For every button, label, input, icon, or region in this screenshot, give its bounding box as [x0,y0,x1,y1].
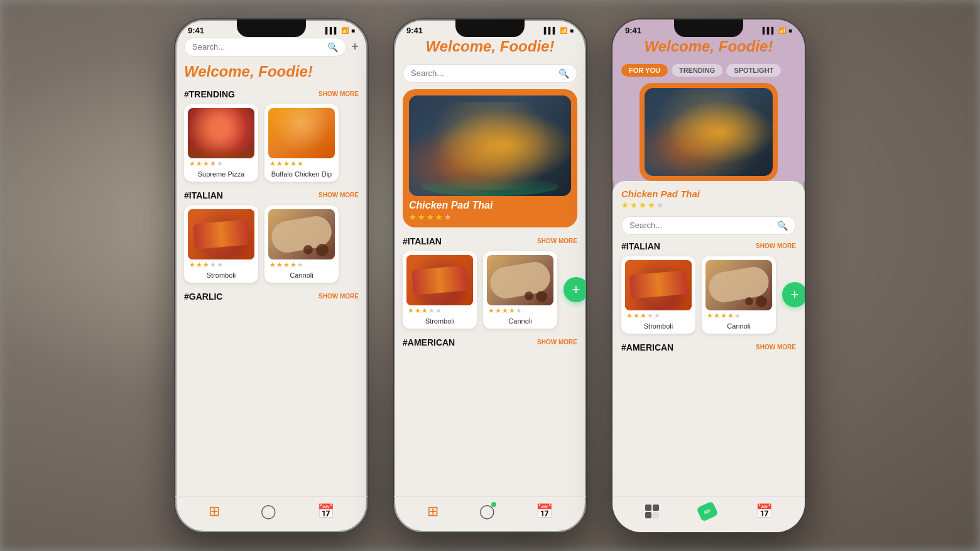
grid-cell-1 [645,505,651,511]
signal-icon-2: ▌▌▌ [544,27,557,34]
c2star-2: ★ [495,307,501,315]
compass-nav-1[interactable]: ◯ [261,503,276,520]
calendar-nav-3[interactable]: 📅 [756,503,773,520]
stromboli-card-3[interactable]: ★ ★ ★ ★ ★ Stromboli [621,256,695,334]
american-header-2: #AMERICAN SHOW MORE [403,337,577,347]
american-show-more-2[interactable]: SHOW MORE [537,339,577,346]
trending-show-more-1[interactable]: SHOW MORE [318,90,359,97]
spacer-3 [621,366,796,496]
grid-nav-2[interactable]: ⊞ [427,503,438,520]
cannoli-card-1[interactable]: ★ ★ ★ ★ ★ Cannoli [264,205,339,283]
featured-stars-3: ★ ★ ★ ★ ★ [621,200,796,210]
fstar-2: ★ [418,212,425,222]
italian-show-more-2[interactable]: SHOW MORE [537,237,577,244]
bottom-nav-2: ⊞ ◯ 📅 [394,496,586,532]
star-c3: ★ [283,261,290,269]
pizza-name-1: Supreme Pizza [188,170,254,178]
wifi-icon-2: 📶 [560,27,567,34]
grid-partial-nav-3[interactable] [645,505,659,518]
filter-trending[interactable]: TRENDING [672,64,722,77]
cannoli-stars-1: ★ ★ ★ ★ ★ [268,261,335,269]
phones-container: 9:41 ▌▌▌ 📶 ■ 🔍 + Welcome, Foodie! #T [174,18,806,533]
phone3-main-content: Chicken Pad Thai ★ ★ ★ ★ ★ 🔍 [612,181,805,496]
garlic-show-more-1[interactable]: SHOW MORE [318,293,359,300]
stromboli-img-2 [406,255,473,305]
star-s4: ★ [210,261,216,269]
star-2b: ★ [276,160,283,168]
pizza-card-1[interactable]: ★ ★ ★ ★ ★ Supreme Pizza [184,104,258,182]
welcome-heading-3: Welcome, Foodie! [621,38,796,55]
c3star-4: ★ [727,312,734,320]
stromboli-card-1[interactable]: ★ ★ ★ ★ ★ Stromboli [184,205,258,283]
search-bar-1[interactable]: 🔍 [184,38,346,57]
search-input-3[interactable] [629,221,773,230]
c2star-3: ★ [502,307,508,315]
star-4b: ★ [290,160,297,168]
italian-items-3: ★ ★ ★ ★ ★ Stromboli [621,256,796,334]
stromboli-name-1: Stromboli [188,271,254,279]
featured-img-3 [645,88,773,176]
bottom-nav-3: ✏ 📅 [612,496,805,532]
notch-1 [237,19,306,37]
fstar-5: ★ [444,212,452,222]
featured-stars-2: ★ ★ ★ ★ ★ [409,212,571,222]
filter-spotlight[interactable]: SPOTLIGHT [726,64,781,77]
star-5: ★ [217,160,223,168]
status-time-3: 9:41 [625,26,641,35]
s2star-1: ★ [408,307,414,315]
calendar-nav-2[interactable]: 📅 [536,503,553,520]
featured-img-2 [409,95,571,196]
status-time-1: 9:41 [188,26,204,35]
pencil-nav-3[interactable]: ✏ [696,501,719,522]
phone-3: 9:41 ▌▌▌ 📶 ■ Welcome, Foodie! FOR YOU TR… [611,18,806,533]
featured-title-3: Chicken Pad Thai [621,188,796,199]
s3star-5: ★ [654,312,660,320]
cannoli-card-3[interactable]: ★ ★ ★ ★ ★ Cannoli [702,256,776,334]
add-button-1[interactable]: + [351,40,359,54]
italian-show-more-3[interactable]: SHOW MORE [756,243,796,249]
calendar-nav-1[interactable]: 📅 [317,503,334,520]
star-s1: ★ [189,261,195,269]
cannoli-card-2[interactable]: ★ ★ ★ ★ ★ Cannoli [483,251,557,329]
wifi-icon-3: 📶 [778,27,786,34]
signal-icon-1: ▌▌▌ [325,27,339,34]
featured-card-2[interactable]: Chicken Pad Thai ★ ★ ★ ★ ★ [403,89,577,227]
c3star-3: ★ [721,312,727,320]
stromboli-img-1 [188,209,254,259]
american-show-more-3[interactable]: SHOW MORE [756,344,796,351]
grid-cell-2 [653,505,659,511]
filter-for-you[interactable]: FOR YOU [621,64,668,77]
stromboli-card-2[interactable]: ★ ★ ★ ★ ★ Stromboli [403,251,477,329]
welcome-heading-2: Welcome, Foodie! [403,38,577,55]
search-input-1[interactable] [192,42,324,52]
compass-nav-2-wrap[interactable]: ◯ [479,503,495,520]
phone-2-content: Welcome, Foodie! 🔍 Chicken Pad Thai [394,38,586,496]
italian-section-3: #ITALIAN SHOW MORE ★ ★ [621,241,796,334]
italian-section-2: #ITALIAN SHOW MORE ★ ★ [403,236,577,329]
featured-card-3[interactable] [640,83,778,181]
italian-title-3: #ITALIAN [621,241,660,251]
add-circle-3[interactable]: + [782,282,805,307]
search-input-2[interactable] [411,68,555,78]
cannoli-img-2 [487,255,553,305]
stromboli-stars-2: ★ ★ ★ ★ ★ [406,307,473,315]
garlic-title-1: #GARLIC [184,292,222,302]
add-circle-2[interactable]: + [564,277,586,302]
italian-title-1: #ITALIAN [184,190,223,200]
buffalo-card-1[interactable]: ★ ★ ★ ★ ★ Buffalo Chicken Dip [264,104,339,182]
battery-icon-3: ■ [788,27,792,34]
grid-icon-3 [645,505,659,518]
star-s5: ★ [217,261,223,269]
cannoli-img-3 [705,260,772,310]
search-bar-2[interactable]: 🔍 [403,64,577,83]
grid-nav-1[interactable]: ⊞ [209,503,220,520]
buffalo-name-1: Buffalo Chicken Dip [268,170,335,178]
garlic-header-1: #GARLIC SHOW MORE [184,292,359,302]
star-1b: ★ [270,160,276,168]
c3star-5: ★ [734,312,741,320]
f3star-5: ★ [656,200,664,210]
italian-header-3: #ITALIAN SHOW MORE [621,241,796,251]
italian-show-more-1[interactable]: SHOW MORE [318,192,359,199]
search-bar-3[interactable]: 🔍 [621,216,796,235]
f3star-1: ★ [621,200,629,210]
